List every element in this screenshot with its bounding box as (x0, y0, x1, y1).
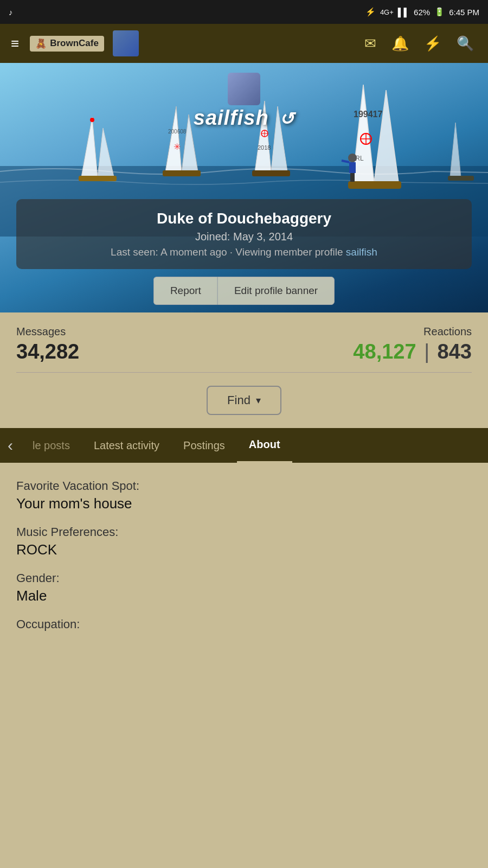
profile-username: sailfish ↺ (194, 106, 295, 130)
about-occupation-field: Occupation: (16, 617, 472, 631)
dropdown-arrow-icon: ▾ (256, 394, 261, 406)
find-button[interactable]: Find ▾ (207, 386, 281, 415)
battery-label: 62% (414, 8, 430, 17)
svg-rect-29 (352, 173, 355, 182)
time-label: 6:45 PM (449, 8, 479, 17)
vacation-value: Your mom's house (16, 495, 472, 512)
hamburger-menu-icon[interactable]: ≡ (11, 35, 19, 52)
logo-text: BrownCafe (50, 38, 99, 49)
battery-icon: 🔋 (434, 7, 445, 17)
profile-joined: Joined: May 3, 2014 (29, 231, 459, 243)
about-section: Favorite Vacation Spot: Your mom's house… (0, 463, 488, 666)
tab-postings[interactable]: Postings (171, 428, 237, 463)
messages-value: 34,282 (16, 340, 79, 363)
gender-label: Gender: (16, 571, 472, 585)
tab-le-posts[interactable]: le posts (21, 428, 82, 463)
signal-4g-label: 4G+ (380, 8, 394, 16)
svg-rect-12 (252, 170, 290, 176)
svg-marker-30 (450, 123, 461, 177)
messages-label: Messages (16, 326, 79, 338)
report-button[interactable]: Report (153, 277, 217, 305)
vacation-label: Favorite Vacation Spot: (16, 479, 472, 493)
music-note-icon: ♪ (9, 8, 13, 17)
banner-background: ✳ 200608 2018 (0, 63, 488, 312)
profile-action-buttons: Report Edit profile banner (153, 277, 335, 305)
stats-section: Messages 34,282 Reactions 48,127 | 843 (0, 312, 488, 372)
about-gender-field: Gender: Male (16, 571, 472, 604)
svg-text:✳: ✳ (174, 142, 181, 151)
about-vacation-field: Favorite Vacation Spot: Your mom's house (16, 479, 472, 512)
svg-point-25 (348, 154, 357, 162)
reactions-pipe: | (424, 340, 429, 363)
reactions-stat: Reactions 48,127 | 843 (353, 326, 472, 363)
find-section: Find ▾ (0, 373, 488, 428)
logo-icon: 🧸 (35, 38, 47, 49)
browncafe-logo[interactable]: 🧸 BrownCafe (30, 36, 104, 52)
find-label: Find (227, 393, 251, 407)
svg-marker-18 (374, 90, 399, 182)
svg-rect-28 (350, 173, 352, 182)
svg-rect-3 (79, 176, 117, 181)
tab-back-button[interactable]: ‹ (0, 436, 21, 455)
tab-latest-activity[interactable]: Latest activity (82, 428, 171, 463)
svg-rect-7 (163, 170, 201, 176)
svg-marker-1 (81, 117, 98, 177)
about-music-field: Music Preferences: ROCK (16, 525, 472, 558)
reactions-value: 48,127 | 843 (353, 340, 472, 363)
messages-stat: Messages 34,282 (16, 326, 79, 363)
bell-icon[interactable]: 🔔 (391, 35, 409, 52)
svg-line-27 (342, 161, 349, 162)
profile-banner: ✳ 200608 2018 (0, 63, 488, 312)
profile-info-overlay: Duke of Douchebaggery Joined: May 3, 201… (16, 199, 472, 269)
mail-icon[interactable]: ✉ (364, 35, 376, 52)
svg-rect-26 (349, 162, 356, 173)
reactions-positive: 48,127 (353, 340, 416, 363)
music-value: ROCK (16, 541, 472, 558)
occupation-label: Occupation: (16, 617, 472, 631)
reactions-negative: 843 (438, 340, 472, 363)
music-label: Music Preferences: (16, 525, 472, 539)
edit-profile-banner-button[interactable]: Edit profile banner (217, 277, 335, 305)
tab-bar: ‹ le posts Latest activity Postings Abou… (0, 428, 488, 463)
tab-about[interactable]: About (237, 428, 292, 463)
lightning-icon[interactable]: ⚡ (424, 35, 441, 52)
bluetooth-icon: ⚡ (365, 7, 376, 17)
signal-bars-icon: ▌▌ (398, 8, 409, 17)
profile-lastseen: Last seen: A moment ago · Viewing member… (29, 246, 459, 258)
svg-rect-19 (348, 181, 401, 189)
svg-marker-2 (98, 128, 114, 177)
rotate-icon: ↺ (279, 109, 294, 129)
svg-point-4 (90, 118, 94, 122)
gender-value: Male (16, 588, 472, 604)
svg-marker-5 (165, 106, 182, 171)
status-bar: ♪ ⚡ 4G+ ▌▌ 62% 🔋 6:45 PM (0, 0, 488, 24)
nav-avatar[interactable] (113, 30, 139, 56)
svg-text:200608: 200608 (168, 129, 187, 135)
nav-bar: ≡ 🧸 BrownCafe ✉ 🔔 ⚡ 🔍 (0, 24, 488, 63)
profile-lastseen-link[interactable]: sailfish (346, 246, 377, 258)
reactions-label: Reactions (353, 326, 472, 338)
svg-text:199417: 199417 (354, 110, 382, 119)
svg-text:2018: 2018 (258, 144, 271, 151)
svg-rect-31 (448, 176, 474, 181)
search-icon[interactable]: 🔍 (457, 35, 474, 52)
profile-title: Duke of Douchebaggery (29, 210, 459, 227)
